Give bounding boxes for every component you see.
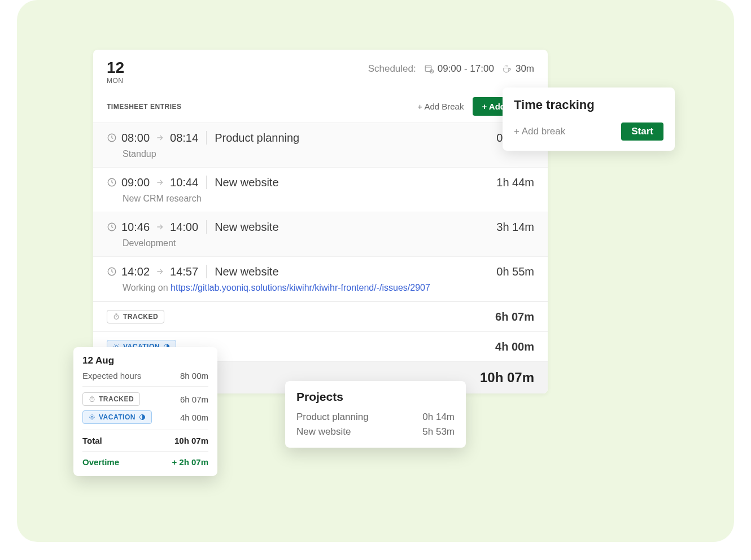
total-value: 10h 07m	[174, 436, 208, 445]
entry-project: New website	[215, 265, 278, 278]
entry-project: Product planning	[215, 132, 299, 145]
time-tracking-widget: Time tracking + Add break Start	[503, 88, 675, 151]
project-name: New website	[296, 426, 351, 438]
clock-icon	[107, 177, 117, 187]
schedule-info: Scheduled: 09:00 - 17:00 30m	[368, 63, 534, 75]
day-number: 12	[107, 60, 124, 76]
entry-end: 10:44	[170, 176, 198, 189]
entry-project: New website	[215, 221, 278, 234]
vacation-pill: VACATION	[82, 410, 152, 424]
time-tracking-title: Time tracking	[514, 98, 663, 112]
add-break-button[interactable]: + Add Break	[417, 102, 464, 111]
entry-duration: 3h 14m	[496, 221, 534, 234]
day-weekday: MON	[107, 77, 124, 85]
half-circle-icon	[139, 414, 146, 421]
clock-icon	[107, 133, 117, 143]
calendar-clock-icon	[424, 64, 434, 74]
entry-start: 14:02	[121, 265, 150, 278]
summary-row: TRACKED6h 07m	[93, 301, 548, 331]
projects-popover: Projects Product planning0h 14mNew websi…	[285, 381, 466, 448]
entry-note-prefix: Working on	[123, 283, 171, 292]
app-canvas: 12 MON Scheduled: 09:00 - 17:00 30m	[17, 0, 734, 542]
tracked-pill-label: TRACKED	[123, 313, 158, 321]
break-group: 30m	[502, 63, 534, 75]
overtime-label: Overtime	[82, 457, 119, 467]
timesheet-entry[interactable]: 10:46 14:00 New website 3h 14m Developme…	[93, 212, 548, 257]
entries-toolbar: TIMESHEET ENTRIES + Add Break + Add time	[93, 90, 548, 123]
break-time: 30m	[516, 63, 534, 75]
timesheet-card: 12 MON Scheduled: 09:00 - 17:00 30m	[93, 50, 548, 393]
vacation-pill-label: VACATION	[99, 413, 136, 421]
day-header: 12 MON Scheduled: 09:00 - 17:00 30m	[93, 50, 548, 90]
scheduled-label: Scheduled:	[368, 63, 416, 75]
tracked-value: 6h 07m	[180, 395, 208, 404]
summary-duration: 10h 07m	[480, 370, 534, 386]
stopwatch-icon	[89, 396, 95, 403]
projects-title: Projects	[296, 390, 455, 404]
project-row: Product planning0h 14m	[296, 412, 455, 423]
entries-list: 08:00 08:14 Product planning 0h 14m Stan…	[93, 123, 548, 301]
timesheet-entry[interactable]: 14:02 14:57 New website 0h 55m Working o…	[93, 257, 548, 301]
timesheet-entry[interactable]: 08:00 08:14 Product planning 0h 14m Stan…	[93, 123, 548, 168]
stopwatch-icon	[113, 313, 120, 320]
arrow-right-icon	[155, 133, 164, 142]
entry-start: 08:00	[121, 132, 150, 145]
tracked-pill: TRACKED	[107, 310, 164, 323]
clock-icon	[107, 222, 117, 232]
scheduled-group: 09:00 - 17:00	[424, 63, 494, 75]
arrow-right-icon	[155, 178, 164, 187]
project-duration: 0h 14m	[422, 412, 455, 423]
arrow-right-icon	[155, 267, 164, 276]
entry-end: 08:14	[170, 132, 198, 145]
start-button[interactable]: Start	[621, 123, 663, 141]
expected-label: Expected hours	[82, 371, 141, 380]
day-block: 12 MON	[107, 60, 124, 85]
entry-end: 14:00	[170, 221, 198, 234]
svg-point-10	[91, 416, 93, 418]
timesheet-entry[interactable]: 09:00 10:44 New website 1h 44m New CRM r…	[93, 168, 548, 212]
summary-duration: 4h 00m	[495, 340, 534, 353]
vacation-value: 4h 00m	[180, 413, 208, 422]
summary-duration: 6h 07m	[495, 310, 534, 323]
expected-value: 8h 00m	[180, 371, 208, 380]
sun-icon	[89, 414, 95, 421]
tracked-pill-label: TRACKED	[99, 395, 134, 403]
entry-note: Standup	[107, 149, 534, 159]
coffee-icon	[502, 64, 512, 74]
entry-duration: 0h 55m	[496, 265, 534, 278]
arrow-right-icon	[155, 222, 164, 231]
project-row: New website5h 53m	[296, 426, 455, 438]
entries-title: TIMESHEET ENTRIES	[107, 103, 182, 111]
widget-add-break-button[interactable]: + Add break	[514, 126, 565, 137]
entry-start: 09:00	[121, 176, 150, 189]
entry-note: Development	[107, 238, 534, 248]
entry-note: Working on https://gitlab.yooniq.solutio…	[107, 283, 534, 293]
day-summary-popover: 12 Aug Expected hours 8h 00m TRACKED 6h …	[73, 347, 217, 476]
project-name: Product planning	[296, 412, 369, 423]
entry-duration: 1h 44m	[496, 176, 534, 189]
entry-start: 10:46	[121, 221, 150, 234]
overtime-value: + 2h 07m	[172, 457, 208, 467]
tracked-pill: TRACKED	[82, 392, 140, 406]
entry-project: New website	[215, 176, 278, 189]
project-duration: 5h 53m	[422, 426, 455, 438]
clock-icon	[107, 266, 117, 277]
entry-end: 14:57	[170, 265, 198, 278]
scheduled-time: 09:00 - 17:00	[438, 63, 494, 75]
total-label: Total	[82, 436, 102, 445]
projects-list: Product planning0h 14mNew website5h 53m	[296, 412, 455, 438]
summary-date: 12 Aug	[82, 355, 208, 366]
entry-link[interactable]: https://gitlab.yooniq.solutions/kiwihr/k…	[171, 283, 430, 292]
entry-note: New CRM research	[107, 194, 534, 204]
